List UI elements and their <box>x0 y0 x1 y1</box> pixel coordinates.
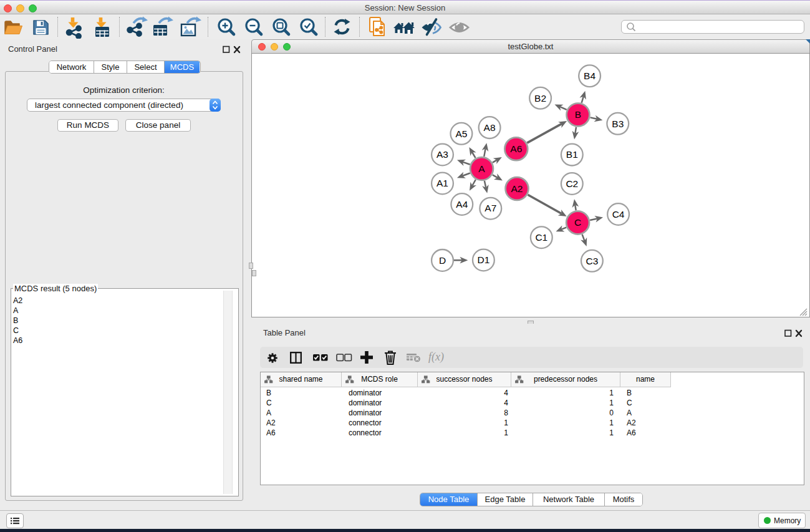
svg-text:B3: B3 <box>612 118 624 129</box>
svg-text:A3: A3 <box>436 149 448 160</box>
svg-text:B: B <box>575 109 581 120</box>
svg-text:C: C <box>574 217 581 228</box>
svg-text:B1: B1 <box>566 149 578 160</box>
svg-text:C1: C1 <box>535 232 547 243</box>
svg-text:C4: C4 <box>612 209 625 220</box>
svg-text:A5: A5 <box>455 128 467 139</box>
svg-text:A1: A1 <box>436 178 448 188</box>
svg-text:C2: C2 <box>566 178 578 189</box>
svg-text:B4: B4 <box>584 70 595 81</box>
svg-text:A: A <box>478 163 485 174</box>
svg-text:A2: A2 <box>511 183 523 194</box>
svg-text:A6: A6 <box>510 143 522 154</box>
svg-text:A4: A4 <box>456 199 468 210</box>
svg-text:A8: A8 <box>484 122 496 133</box>
svg-text:D: D <box>439 255 446 266</box>
svg-text:B2: B2 <box>534 93 546 104</box>
svg-text:D1: D1 <box>477 254 489 265</box>
svg-text:C3: C3 <box>586 256 598 266</box>
svg-text:A7: A7 <box>485 203 496 213</box>
